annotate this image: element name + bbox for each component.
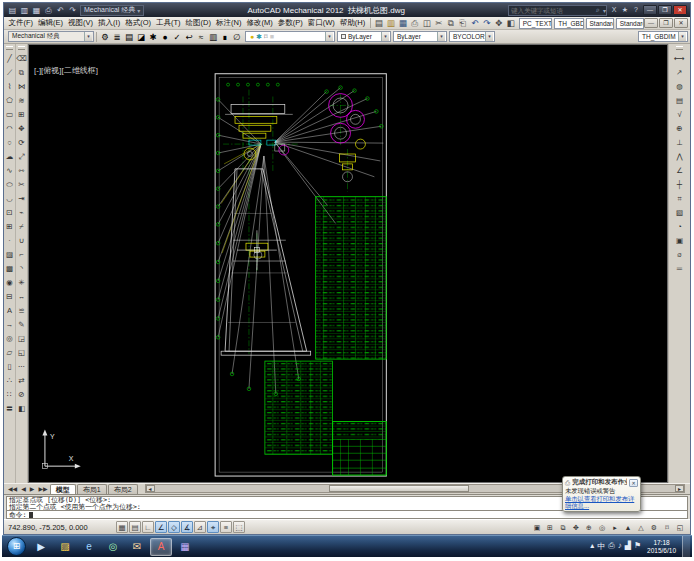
network-icon[interactable]: ▟	[625, 541, 631, 552]
screw-calc-icon[interactable]: ⌀	[674, 249, 685, 260]
quick-view-layouts-icon[interactable]: ⊞	[544, 521, 556, 533]
toolbar-grip[interactable]	[6, 46, 13, 50]
overkill-icon[interactable]: ⊘	[16, 389, 27, 400]
tab-layout1[interactable]: 布局1	[77, 484, 107, 494]
point-icon[interactable]: ·	[4, 235, 15, 246]
menu-item[interactable]: 编辑(E)	[36, 18, 66, 28]
taskbar-autocad-icon[interactable]: A	[150, 538, 172, 556]
power-dimension-icon[interactable]: ⟷	[674, 53, 685, 64]
arc-icon[interactable]: ◠	[4, 123, 15, 134]
plot-icon[interactable]: ⎙	[43, 5, 54, 16]
offset-icon[interactable]: ≋	[16, 95, 27, 106]
start-button[interactable]: ⊞	[7, 537, 26, 556]
polygon-icon[interactable]: ⬠	[4, 95, 15, 106]
scrollbar-thumb[interactable]	[329, 485, 469, 492]
qp-toggle[interactable]: ⬚	[233, 521, 245, 533]
balloon-icon[interactable]: ◍	[674, 81, 685, 92]
layer-lock-icon[interactable]: ∎	[219, 31, 231, 43]
dim-style-select[interactable]: TH_GBDIM▾	[554, 18, 583, 29]
layer-freeze-icon[interactable]: ✱	[147, 31, 159, 43]
autoscale-icon[interactable]: △	[635, 521, 647, 533]
help-icon[interactable]: ?	[631, 5, 641, 15]
rotate-icon[interactable]: ⟳	[16, 137, 27, 148]
make-current-icon[interactable]: ✓	[171, 31, 183, 43]
viewport-controls[interactable]: [-][俯视][二维线框]	[34, 65, 98, 76]
explode-icon[interactable]: ✳	[16, 277, 27, 288]
make-block-icon[interactable]: ⊞	[4, 221, 15, 232]
taskbar-app-icon-2[interactable]: ✉	[126, 538, 148, 556]
feature-control-icon[interactable]: ⊕	[674, 123, 685, 134]
plot-icon[interactable]: ⎙	[409, 17, 421, 29]
array-path-icon[interactable]: ⋯	[16, 361, 27, 372]
reverse-icon[interactable]: ⇄	[16, 375, 27, 386]
fillet-icon[interactable]: ◝	[16, 263, 27, 274]
properties-icon[interactable]: ◧	[505, 17, 517, 29]
menu-item[interactable]: 帮助(H)	[337, 18, 367, 28]
join-icon[interactable]: ∪	[16, 235, 27, 246]
boundary-icon[interactable]: ▯	[4, 361, 15, 372]
menu-item[interactable]: 文件(F)	[6, 18, 36, 28]
ray-icon[interactable]: →	[4, 319, 15, 330]
menu-item[interactable]: 绘图(D)	[183, 18, 213, 28]
save-icon[interactable]: ▦	[397, 17, 409, 29]
ortho-toggle[interactable]: ∟	[142, 521, 154, 533]
tab-model[interactable]: 模型	[50, 484, 76, 494]
action-center-icon[interactable]: ⚑	[634, 541, 641, 552]
region-icon[interactable]: ◉	[4, 277, 15, 288]
redo-icon[interactable]: ↷	[67, 5, 78, 16]
measure-icon[interactable]: ∷	[4, 389, 15, 400]
mleader-style-select[interactable]: Standard▾	[616, 18, 644, 29]
trim-icon[interactable]: ✂	[16, 179, 27, 190]
ime-icon[interactable]: 中	[597, 541, 605, 552]
hide-icon[interactable]: ▧	[674, 207, 685, 218]
extend-icon[interactable]: ⇥	[16, 193, 27, 204]
notification-link[interactable]: 单击以查看打印和发布详细信息...	[565, 495, 638, 510]
ellipse-arc-icon[interactable]: ◡	[4, 193, 15, 204]
open-file-icon[interactable]: ▥	[385, 17, 397, 29]
text-style-select[interactable]: PC_TEXTSTYLE▾	[519, 18, 553, 29]
printer-tray-icon[interactable]: ⎙	[608, 541, 614, 552]
ellipse-icon[interactable]: ⬭	[4, 179, 15, 190]
lengthen-icon[interactable]: ↔	[16, 291, 27, 302]
menu-item[interactable]: 格式(O)	[123, 18, 154, 28]
table-icon[interactable]: ⊟	[4, 291, 15, 302]
layer-previous-icon[interactable]: ↩	[183, 31, 195, 43]
hidden-icons-button[interactable]: ▴	[590, 541, 594, 552]
volume-icon[interactable]: ♪	[618, 541, 622, 552]
lwt-toggle[interactable]: ≡	[220, 521, 232, 533]
cut-icon[interactable]: ✂	[433, 17, 445, 29]
model-space-button[interactable]: ▣	[531, 521, 543, 533]
drawing-canvas[interactable]: [-][俯视][二维线框]	[28, 44, 668, 483]
command-input-line[interactable]: 命令:	[6, 511, 688, 519]
chamfer-icon[interactable]: ⌐	[16, 249, 27, 260]
close-icon[interactable]: ✕	[629, 479, 638, 487]
paste-icon[interactable]: ⎗	[457, 17, 469, 29]
taskbar-folder-icon[interactable]: ▨	[54, 538, 76, 556]
scroll-left-icon[interactable]: ◄	[146, 485, 155, 492]
table-style-select[interactable]: Standard▾	[586, 18, 614, 29]
gradient-icon[interactable]: ▩	[4, 263, 15, 274]
show-motion-icon[interactable]: ▸	[609, 521, 621, 533]
copy-icon[interactable]: ⧉	[445, 17, 457, 29]
workspace-switching-icon[interactable]: ⚙	[648, 521, 660, 533]
tab-scroll-first[interactable]: ◀◀	[6, 484, 19, 494]
taskbar-app-icon-1[interactable]: ◎	[102, 538, 124, 556]
new-file-icon[interactable]: ▤	[373, 17, 385, 29]
layer-off-icon[interactable]: ●	[159, 31, 171, 43]
circle-icon[interactable]: ○	[4, 137, 15, 148]
minimize-button[interactable]: —	[643, 5, 657, 15]
edge-symbol-icon[interactable]: ∠	[674, 165, 685, 176]
shaft-generator-icon[interactable]: ═	[674, 263, 685, 274]
layer-isolate-icon[interactable]: ◪	[135, 31, 147, 43]
revision-cloud-icon[interactable]: ☁	[4, 151, 15, 162]
undo-icon[interactable]: ↶	[55, 5, 66, 16]
dyn-toggle[interactable]: ⌖	[207, 521, 219, 533]
copy-icon[interactable]: ⧉	[16, 67, 27, 78]
detail-icon[interactable]: ◔	[674, 221, 685, 232]
menu-item[interactable]: 窗口(W)	[305, 18, 337, 28]
rectangle-icon[interactable]: ▭	[4, 109, 15, 120]
exchange-icon[interactable]: X	[609, 5, 619, 15]
array-icon[interactable]: ⊞	[16, 109, 27, 120]
new-file-icon[interactable]: ▤	[7, 5, 18, 16]
toolbar-lock-icon[interactable]: ⌑	[661, 521, 673, 533]
